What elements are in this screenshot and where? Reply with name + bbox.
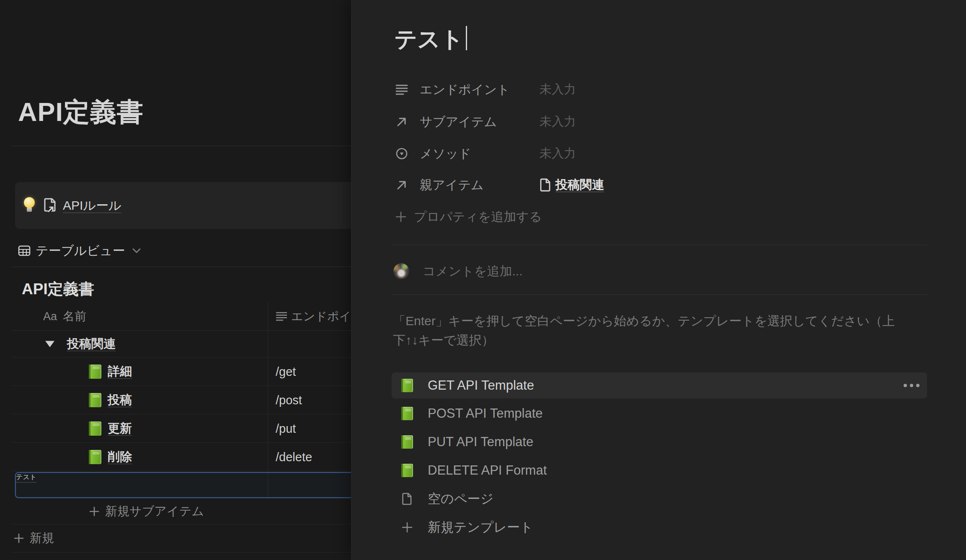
green-book-icon [401,379,413,392]
column-header-name[interactable]: Aa 名前 [43,302,86,331]
endpoint-cell[interactable]: /put [276,421,296,435]
endpoint-cell[interactable]: /post [276,393,302,407]
side-peek-panel: テスト エンドポイント 未入力 サブアイテム 未入力 メソッド 未入力 親アイテ… [351,0,966,560]
template-label: DELETE API Format [428,463,547,478]
row-page-link[interactable]: 投稿関連 [67,336,116,352]
page-title[interactable]: API定義書 [18,94,144,130]
property-row-sub-item[interactable]: サブアイテム 未入力 [395,112,948,131]
main-page: API定義書 APIルール テーブルビュー [0,0,351,560]
endpoint-cell[interactable]: /delete [276,450,312,464]
comment-section[interactable]: コメントを追加... [393,263,523,280]
add-property-button[interactable]: プロパティを追加する [395,208,542,226]
table-row[interactable]: 更新 /put [12,414,351,443]
row-page-link[interactable]: 詳細 [108,363,132,380]
toggle-open-icon[interactable] [45,341,54,347]
property-label[interactable]: 親アイテム [420,177,484,194]
table-row[interactable]: 投稿関連 [12,331,351,357]
green-book-icon [89,365,101,379]
parent-page-link-label: 投稿関連 [555,177,604,193]
section-divider [392,245,927,245]
row-page-link[interactable]: 更新 [108,420,132,437]
template-item-blank-page[interactable]: 空のページ [392,485,927,513]
plus-icon [395,211,406,222]
template-label: 新規テンプレート [428,519,533,536]
template-hint-line-1: 「Enter」キーを押して空白ページから始めるか、テンプレートを選択してください… [393,311,895,331]
property-label[interactable]: サブアイテム [420,113,497,131]
column-header-endpoint[interactable]: エンドポイント [276,302,351,331]
template-item-post[interactable]: POST API Template [392,399,927,428]
text-lines-icon [395,84,408,95]
table-row[interactable]: 削除 /delete [12,443,351,471]
green-book-icon [89,393,101,407]
property-value-empty[interactable]: 未入力 [540,113,576,130]
peek-page-title-text: テスト [394,26,464,51]
database-title[interactable]: API定義書 [22,279,94,300]
property-label[interactable]: メソッド [420,145,471,162]
page-icon [540,178,551,192]
row-page-link[interactable]: テスト [16,473,36,480]
callout-block[interactable]: APIルール [15,182,351,229]
endpoint-cell[interactable]: /get [276,365,296,378]
property-value-empty[interactable]: 未入力 [540,145,576,162]
plus-icon [89,506,99,516]
template-label: POST API Template [428,406,543,421]
template-label: PUT API Template [428,434,533,450]
template-item-get[interactable]: GET API Template [392,372,927,398]
title-property-icon: Aa [43,310,57,323]
template-item-put[interactable]: PUT API Template [392,428,927,456]
callout-page-link[interactable]: APIルール [63,197,121,214]
table-view-icon [18,244,31,257]
property-value-page-link[interactable]: 投稿関連 [540,177,604,193]
column-header-endpoint-label: エンドポイント [291,308,351,324]
page-icon [401,493,413,505]
arrow-up-right-icon [395,116,408,128]
row-page-link[interactable]: 削除 [108,449,132,465]
template-hint-line-2: 下↑↓キーで選択） [393,331,895,350]
new-sub-item-button[interactable]: 新規サブアイテム [12,499,351,524]
plus-icon [401,522,413,533]
peek-page-title[interactable]: テスト [394,24,467,55]
text-cursor [466,26,467,50]
view-divider [12,267,351,267]
template-hint-text: 「Enter」キーを押して空白ページから始めるか、テンプレートを選択してください… [393,311,895,350]
new-sub-item-label: 新規サブアイテム [105,503,204,520]
table-row[interactable]: 詳細 /get [12,357,351,386]
new-row-label: 新規 [30,530,54,547]
column-header-name-label: 名前 [63,308,86,324]
template-item-delete[interactable]: DELETE API Format [392,456,927,485]
property-label[interactable]: エンドポイント [420,81,510,98]
arrow-up-right-icon [395,179,408,191]
green-book-icon [401,435,413,449]
text-lines-icon [276,311,287,321]
property-value-empty[interactable]: 未入力 [540,81,576,98]
plus-icon [14,533,24,543]
light-bulb-icon [23,197,35,214]
row-page-link[interactable]: 投稿 [108,392,132,408]
page-link-icon [43,198,58,213]
table-row-selected[interactable]: テスト [15,472,351,498]
new-template-button[interactable]: 新規テンプレート [392,513,927,542]
table-row[interactable]: 投稿 /post [12,386,351,414]
view-switcher[interactable]: テーブルビュー [18,242,141,259]
green-book-icon [401,464,413,477]
green-book-icon [401,407,413,420]
comment-input[interactable]: コメントを追加... [423,263,523,280]
section-divider [392,294,927,295]
more-options-icon[interactable] [904,384,920,387]
template-label: GET API Template [428,378,534,393]
table-header-row: Aa 名前 エンドポイント [12,302,351,331]
select-icon [395,147,408,160]
property-row-parent-item[interactable]: 親アイテム 投稿関連 [395,175,948,195]
view-switcher-label: テーブルビュー [36,242,125,259]
chevron-down-icon [132,248,141,254]
green-book-icon [89,450,101,464]
title-divider [12,146,351,146]
green-book-icon [89,421,101,436]
new-row-button[interactable]: 新規 [12,524,351,552]
property-row-endpoint[interactable]: エンドポイント 未入力 [395,80,948,99]
add-property-label: プロパティを追加する [414,208,542,226]
property-row-method[interactable]: メソッド 未入力 [395,144,948,163]
avatar [393,263,409,279]
template-label: 空のページ [428,490,493,508]
